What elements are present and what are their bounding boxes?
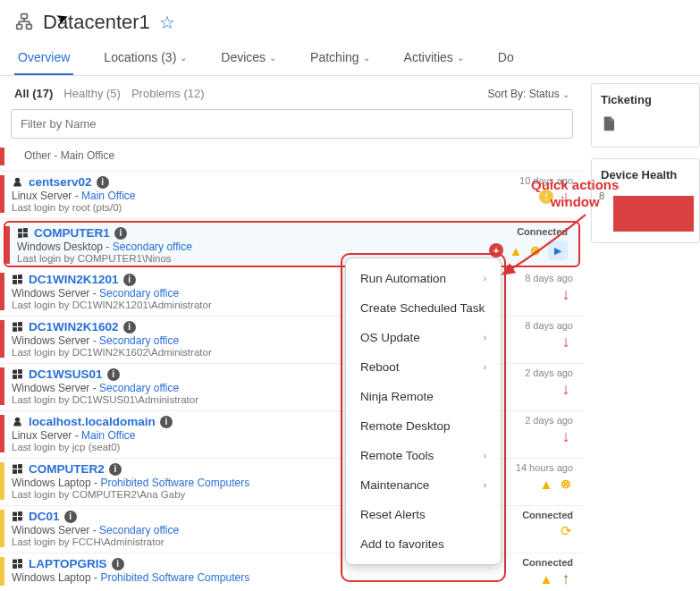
- info-badge-icon[interactable]: i: [123, 321, 136, 333]
- menu-remote-tools[interactable]: Remote Tools›: [346, 441, 501, 470]
- status-bar: [0, 273, 4, 310]
- menu-os-update[interactable]: OS Update›: [346, 323, 501, 352]
- last-login: Last login by root (pts/0): [12, 202, 519, 213]
- device-time: 2 days ago: [525, 415, 573, 426]
- svg-rect-8: [18, 229, 22, 232]
- svg-rect-28: [18, 469, 22, 473]
- device-time: 8 days ago: [525, 273, 573, 283]
- tab-activities[interactable]: Activities⌄: [401, 41, 468, 75]
- location-link[interactable]: Main Office: [81, 190, 135, 202]
- sync-icon: ⟳: [559, 524, 573, 538]
- device-row[interactable]: centserv02iLinux Server - Main OfficeLas…: [0, 172, 584, 219]
- offline-icon: ↓: [559, 287, 573, 301]
- info-badge-icon[interactable]: i: [123, 274, 136, 286]
- device-name[interactable]: DC01: [29, 510, 60, 523]
- device-name[interactable]: DC1WIN2K1602: [29, 320, 119, 333]
- location-link[interactable]: Prohibited Software Computers: [100, 571, 249, 584]
- status-bar: [0, 510, 4, 547]
- svg-rect-16: [13, 323, 17, 326]
- device-name[interactable]: DC1WSUS01: [29, 367, 103, 381]
- device-name[interactable]: COMPUTER2: [29, 462, 105, 476]
- svg-point-7: [15, 178, 20, 182]
- device-time: Connected: [522, 557, 573, 568]
- svg-rect-15: [18, 280, 22, 283]
- filter-problems[interactable]: Problems (12): [131, 87, 205, 100]
- menu-remote-desktop[interactable]: Remote Desktop: [346, 411, 501, 441]
- device-name[interactable]: centserv02: [29, 175, 92, 189]
- chevron-down-icon: ⌄: [269, 53, 276, 63]
- play-button[interactable]: ▶: [548, 241, 568, 260]
- svg-rect-21: [18, 369, 22, 374]
- tab-patching[interactable]: Patching⌄: [307, 41, 373, 75]
- chevron-down-icon: ⌄: [562, 89, 569, 99]
- status-bar: [0, 462, 4, 500]
- location-link[interactable]: Prohibited Software Computers: [100, 477, 249, 489]
- svg-rect-27: [13, 469, 17, 474]
- linux-icon: [12, 416, 24, 427]
- chevron-down-icon: ⌄: [457, 53, 464, 63]
- svg-rect-13: [18, 274, 22, 279]
- svg-rect-17: [18, 322, 22, 326]
- tabs: OverviewLocations (3)⌄Devices⌄Patching⌄A…: [0, 41, 700, 76]
- search-input[interactable]: [11, 109, 573, 139]
- svg-rect-14: [13, 280, 17, 284]
- device-type-loc: Windows Laptop - Prohibited Software Com…: [12, 571, 522, 584]
- device-type-loc: Linux Server - Main Office: [12, 190, 519, 202]
- location-link[interactable]: Secondary office: [113, 241, 192, 253]
- location-link[interactable]: Secondary office: [99, 287, 179, 300]
- device-name[interactable]: COMPUTER1: [34, 226, 110, 240]
- chevron-right-icon: ›: [484, 362, 486, 372]
- info-badge-icon[interactable]: i: [64, 511, 77, 523]
- filter-healthy[interactable]: Healthy (5): [63, 87, 121, 100]
- status-bar: [5, 226, 10, 264]
- menu-reboot[interactable]: Reboot›: [346, 352, 501, 382]
- device-time: 8 days ago: [525, 320, 573, 331]
- warning-icon: ▲: [539, 571, 553, 586]
- tab-overview[interactable]: Overview: [14, 41, 73, 75]
- status-bar: [0, 320, 4, 358]
- location-link[interactable]: Secondary office: [99, 334, 179, 347]
- status-bar: [0, 175, 4, 213]
- svg-rect-29: [13, 512, 17, 516]
- tab-locations-[interactable]: Locations (3)⌄: [100, 41, 190, 75]
- tab-do[interactable]: Do: [494, 41, 518, 75]
- menu-create-scheduled-task[interactable]: Create Scheduled Task: [346, 293, 501, 323]
- menu-run-automation[interactable]: Run Automation›: [346, 264, 501, 293]
- page-title: Datacenter1: [43, 11, 150, 34]
- device-time: 14 hours ago: [516, 462, 573, 473]
- info-badge-icon[interactable]: i: [109, 463, 122, 476]
- info-badge-icon[interactable]: i: [107, 368, 120, 381]
- device-name[interactable]: localhost.localdomain: [29, 415, 156, 428]
- document-icon[interactable]: [601, 119, 617, 137]
- org-tree-icon: [14, 13, 34, 33]
- device-type-loc: Windows Desktop - Secondary office: [17, 241, 489, 253]
- chevron-right-icon: ›: [484, 480, 486, 490]
- windows-icon: [12, 321, 24, 333]
- device-time: 2 days ago: [525, 367, 573, 378]
- ticketing-panel: Ticketing: [591, 83, 700, 148]
- menu-reset-alerts[interactable]: Reset Alerts: [346, 500, 501, 529]
- info-badge-icon[interactable]: i: [114, 227, 127, 240]
- info-badge-icon[interactable]: i: [97, 176, 109, 189]
- device-name[interactable]: LAPTOPGRIS: [29, 557, 107, 570]
- device-name[interactable]: DC1WIN2K1201: [29, 273, 119, 286]
- sort-by[interactable]: Sort By: Status ⌄: [488, 88, 569, 100]
- tab-devices[interactable]: Devices⌄: [217, 41, 280, 75]
- svg-rect-31: [13, 517, 17, 521]
- favorite-star-icon[interactable]: ☆: [159, 12, 175, 33]
- windows-icon: [12, 274, 24, 285]
- chevron-right-icon: ›: [484, 451, 486, 460]
- filter-all[interactable]: All (17): [14, 87, 53, 100]
- location-link[interactable]: Secondary office: [99, 382, 179, 394]
- chevron-down-icon: ⌄: [180, 53, 187, 63]
- menu-ninja-remote[interactable]: Ninja Remote: [346, 382, 501, 411]
- menu-maintenance[interactable]: Maintenance›: [346, 470, 501, 500]
- info-badge-icon[interactable]: i: [112, 558, 124, 570]
- location-link[interactable]: Main Office: [81, 429, 135, 442]
- svg-rect-32: [18, 517, 22, 520]
- menu-add-to-favorites[interactable]: Add to favorites: [346, 529, 501, 559]
- location-link[interactable]: Secondary office: [99, 524, 179, 536]
- status-bar: [0, 367, 4, 405]
- svg-point-24: [15, 418, 20, 422]
- info-badge-icon[interactable]: i: [160, 416, 173, 428]
